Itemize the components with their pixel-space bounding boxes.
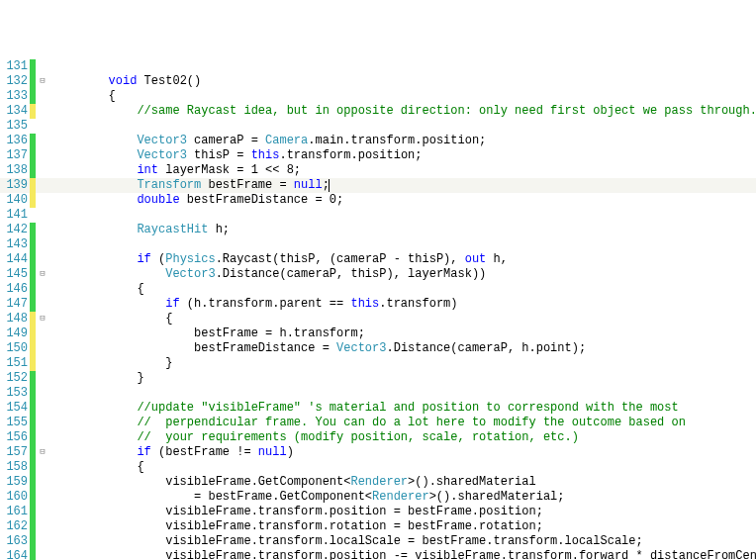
code-line[interactable]: 148⊟ { xyxy=(0,312,756,327)
code-text[interactable]: void Test02() xyxy=(49,74,756,89)
code-line[interactable]: 156 // your requirements (modify positio… xyxy=(0,430,756,445)
line-number: 134 xyxy=(0,104,30,119)
change-marker xyxy=(30,519,36,534)
code-text[interactable]: if (h.transform.parent == this.transform… xyxy=(49,297,756,312)
code-text[interactable]: visibleFrame.GetComponent<Renderer>().sh… xyxy=(49,475,756,490)
code-line[interactable]: 134 //same Raycast idea, but in opposite… xyxy=(0,104,756,119)
line-number: 162 xyxy=(0,519,30,534)
code-text[interactable]: visibleFrame.transform.position -= visib… xyxy=(49,549,756,560)
text-caret xyxy=(329,179,330,192)
change-marker xyxy=(30,119,36,134)
code-text[interactable]: //same Raycast idea, but in opposite dir… xyxy=(49,104,756,119)
code-line[interactable]: 162 visibleFrame.transform.rotation = be… xyxy=(0,519,756,534)
change-marker xyxy=(30,223,36,237)
code-line[interactable]: 157⊟ if (bestFrame != null) xyxy=(0,445,756,460)
change-marker xyxy=(30,460,36,475)
change-marker xyxy=(30,430,36,445)
code-line[interactable]: 145⊟ Vector3.Distance(cameraP, thisP), l… xyxy=(0,267,756,282)
code-text[interactable]: Vector3.Distance(cameraP, thisP), layerM… xyxy=(49,267,756,282)
code-line[interactable]: 135 xyxy=(0,119,756,134)
code-line[interactable]: 146 { xyxy=(0,282,756,297)
code-editor[interactable]: 131132⊟ void Test02()133 {134 //same Ray… xyxy=(0,59,756,560)
line-number: 133 xyxy=(0,89,30,104)
change-marker xyxy=(30,327,36,341)
code-text[interactable]: //update "visibleFrame" 's material and … xyxy=(49,401,756,416)
code-line[interactable]: 163 visibleFrame.transform.localScale = … xyxy=(0,534,756,549)
code-line[interactable]: 138 int layerMask = 1 << 8; xyxy=(0,163,756,178)
code-line[interactable]: 133 { xyxy=(0,89,756,104)
code-line[interactable]: 149 bestFrame = h.transform; xyxy=(0,327,756,341)
code-text[interactable]: bestFrameDistance = Vector3.Distance(cam… xyxy=(49,341,756,356)
code-text[interactable]: { xyxy=(49,282,756,297)
change-marker xyxy=(30,208,36,223)
code-text[interactable]: RaycastHit h; xyxy=(49,223,756,237)
code-line[interactable]: 131 xyxy=(0,59,756,74)
code-line[interactable]: 155 // perpendicular frame. You can do a… xyxy=(0,416,756,430)
change-marker xyxy=(30,401,36,416)
fold-toggle[interactable]: ⊟ xyxy=(36,312,49,327)
code-line[interactable]: 164 visibleFrame.transform.position -= v… xyxy=(0,549,756,560)
code-text[interactable]: = bestFrame.GetComponent<Renderer>().sha… xyxy=(49,490,756,505)
change-marker xyxy=(30,237,36,252)
code-line[interactable]: 153 xyxy=(0,386,756,401)
code-text[interactable]: double bestFrameDistance = 0; xyxy=(49,193,756,208)
change-marker xyxy=(30,534,36,549)
code-text[interactable]: if (Physics.Raycast(thisP, (cameraP - th… xyxy=(49,252,756,267)
code-line[interactable]: 150 bestFrameDistance = Vector3.Distance… xyxy=(0,341,756,356)
code-line[interactable]: 132⊟ void Test02() xyxy=(0,74,756,89)
code-line[interactable]: 152 } xyxy=(0,371,756,386)
code-line[interactable]: 151 } xyxy=(0,356,756,371)
line-number: 135 xyxy=(0,119,30,134)
code-text[interactable]: visibleFrame.transform.position = bestFr… xyxy=(49,505,756,519)
change-marker xyxy=(30,89,36,104)
code-text[interactable]: { xyxy=(49,460,756,475)
code-line[interactable]: 159 visibleFrame.GetComponent<Renderer>(… xyxy=(0,475,756,490)
code-text[interactable]: visibleFrame.transform.rotation = bestFr… xyxy=(49,519,756,534)
line-number: 132 xyxy=(0,74,30,89)
code-line[interactable]: 160 = bestFrame.GetComponent<Renderer>()… xyxy=(0,490,756,505)
code-line[interactable]: 154 //update "visibleFrame" 's material … xyxy=(0,401,756,416)
line-number: 160 xyxy=(0,490,30,505)
change-marker xyxy=(30,193,36,208)
code-line[interactable]: 140 double bestFrameDistance = 0; xyxy=(0,193,756,208)
code-text[interactable]: int layerMask = 1 << 8; xyxy=(49,163,756,178)
code-text[interactable]: } xyxy=(49,356,756,371)
change-marker xyxy=(30,416,36,430)
line-number: 147 xyxy=(0,297,30,312)
code-text[interactable]: // your requirements (modify position, s… xyxy=(49,430,756,445)
code-line[interactable]: 143 xyxy=(0,237,756,252)
change-marker xyxy=(30,163,36,178)
line-number: 139 xyxy=(0,178,30,193)
fold-toggle[interactable]: ⊟ xyxy=(36,74,49,89)
code-text[interactable]: // perpendicular frame. You can do a lot… xyxy=(49,416,756,430)
change-marker xyxy=(30,371,36,386)
code-line[interactable]: 141 xyxy=(0,208,756,223)
code-text[interactable]: visibleFrame.transform.localScale = best… xyxy=(49,534,756,549)
code-text[interactable]: Vector3 thisP = this.transform.position; xyxy=(49,148,756,163)
code-text[interactable]: if (bestFrame != null) xyxy=(49,445,756,460)
code-line[interactable]: 136 Vector3 cameraP = Camera.main.transf… xyxy=(0,134,756,148)
line-number: 159 xyxy=(0,475,30,490)
code-text[interactable]: Transform bestFrame = null; xyxy=(49,178,756,193)
line-number: 150 xyxy=(0,341,30,356)
code-text[interactable]: } xyxy=(49,371,756,386)
change-marker xyxy=(30,297,36,312)
code-line[interactable]: 137 Vector3 thisP = this.transform.posit… xyxy=(0,148,756,163)
code-line[interactable]: 139 Transform bestFrame = null; xyxy=(0,178,756,193)
fold-toggle[interactable]: ⊟ xyxy=(36,445,49,460)
code-text[interactable]: Vector3 cameraP = Camera.main.transform.… xyxy=(49,134,756,148)
code-text[interactable]: bestFrame = h.transform; xyxy=(49,327,756,341)
code-line[interactable]: 147 if (h.transform.parent == this.trans… xyxy=(0,297,756,312)
change-marker xyxy=(30,386,36,401)
code-line[interactable]: 158 { xyxy=(0,460,756,475)
line-number: 161 xyxy=(0,505,30,519)
code-line[interactable]: 161 visibleFrame.transform.position = be… xyxy=(0,505,756,519)
code-text[interactable]: { xyxy=(49,89,756,104)
code-line[interactable]: 142 RaycastHit h; xyxy=(0,223,756,237)
line-number: 140 xyxy=(0,193,30,208)
code-text[interactable]: { xyxy=(49,312,756,327)
fold-toggle[interactable]: ⊟ xyxy=(36,267,49,282)
code-line[interactable]: 144 if (Physics.Raycast(thisP, (cameraP … xyxy=(0,252,756,267)
line-number: 141 xyxy=(0,208,30,223)
change-marker xyxy=(30,356,36,371)
